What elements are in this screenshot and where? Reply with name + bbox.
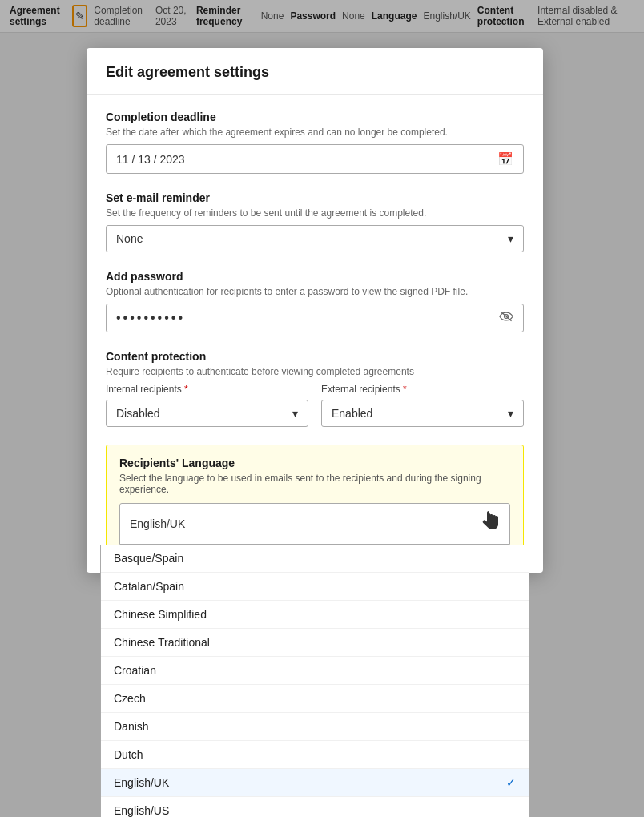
language-option[interactable]: Danish: [101, 713, 529, 741]
password-desc: Optional authentication for recipients t…: [106, 286, 524, 297]
recipients-language-desc: Select the language to be used in emails…: [119, 473, 510, 495]
language-select-container: English/UK Basque/SpainCatalan/SpainChin…: [119, 503, 510, 545]
language-dropdown[interactable]: Basque/SpainCatalan/SpainChinese Simplif…: [100, 545, 529, 817]
language-chevron-icon: [482, 511, 500, 537]
content-protection-desc: Require recipients to authenticate befor…: [106, 366, 524, 377]
check-icon: ✓: [506, 776, 516, 789]
language-option[interactable]: English/UK✓: [101, 769, 529, 797]
modal-body: Completion deadline Set the date after w…: [87, 95, 543, 573]
reminder-select[interactable]: None ▾: [106, 225, 524, 252]
content-protection-title: Content protection: [106, 350, 524, 363]
reminder-chevron-icon: ▾: [508, 232, 513, 245]
language-option[interactable]: Croatian: [101, 657, 529, 685]
internal-select[interactable]: Disabled ▾: [106, 400, 308, 427]
completion-deadline-desc: Set the date after which the agreement e…: [106, 127, 524, 138]
date-input[interactable]: [116, 153, 497, 166]
recipients-language-section: Recipients' Language Select the language…: [106, 445, 524, 557]
password-input-wrapper[interactable]: [106, 304, 524, 332]
content-protection-section: Content protection Require recipients to…: [106, 350, 524, 427]
edit-agreement-modal: Edit agreement settings Completion deadl…: [87, 48, 543, 573]
external-select[interactable]: Enabled ▾: [321, 400, 524, 427]
language-option[interactable]: Catalan/Spain: [101, 573, 529, 601]
external-recipients-group: External recipients * Enabled ▾: [321, 384, 524, 427]
date-input-wrapper[interactable]: 📅: [106, 144, 524, 174]
email-reminder-title: Set e-mail reminder: [106, 191, 524, 204]
calendar-icon[interactable]: 📅: [497, 151, 513, 167]
content-protection-row: Internal recipients * Disabled ▾ Externa…: [106, 384, 524, 427]
modal-header: Edit agreement settings: [87, 48, 543, 95]
password-section: Add password Optional authentication for…: [106, 270, 524, 332]
reminder-selected-value: None: [116, 232, 143, 245]
language-option[interactable]: Basque/Spain: [101, 545, 529, 573]
password-title: Add password: [106, 270, 524, 283]
password-input[interactable]: [116, 311, 499, 325]
external-recipients-label: External recipients *: [321, 384, 524, 395]
language-selected-value: English/UK: [130, 517, 185, 530]
language-option[interactable]: Dutch: [101, 741, 529, 769]
recipients-language-title: Recipients' Language: [119, 457, 510, 469]
internal-selected-value: Disabled: [116, 407, 159, 420]
language-option[interactable]: English/US: [101, 797, 529, 817]
completion-deadline-section: Completion deadline Set the date after w…: [106, 111, 524, 174]
language-option[interactable]: Chinese Simplified: [101, 601, 529, 629]
external-required-star: *: [403, 384, 407, 395]
internal-recipients-label: Internal recipients *: [106, 384, 308, 395]
internal-recipients-group: Internal recipients * Disabled ▾: [106, 384, 308, 427]
email-reminder-desc: Set the frequency of reminders to be sen…: [106, 207, 524, 219]
eye-off-icon[interactable]: [499, 311, 513, 325]
language-option[interactable]: Chinese Traditional: [101, 629, 529, 657]
language-option[interactable]: Czech: [101, 685, 529, 713]
completion-deadline-title: Completion deadline: [106, 111, 524, 123]
internal-chevron-icon: ▾: [292, 407, 298, 420]
internal-required-star: *: [184, 384, 188, 395]
modal-title: Edit agreement settings: [106, 64, 269, 80]
email-reminder-section: Set e-mail reminder Set the frequency of…: [106, 191, 524, 252]
language-select-box[interactable]: English/UK: [119, 503, 510, 545]
external-chevron-icon: ▾: [508, 407, 513, 420]
reminder-select-wrapper: None ▾: [106, 225, 524, 252]
external-selected-value: Enabled: [332, 407, 372, 420]
